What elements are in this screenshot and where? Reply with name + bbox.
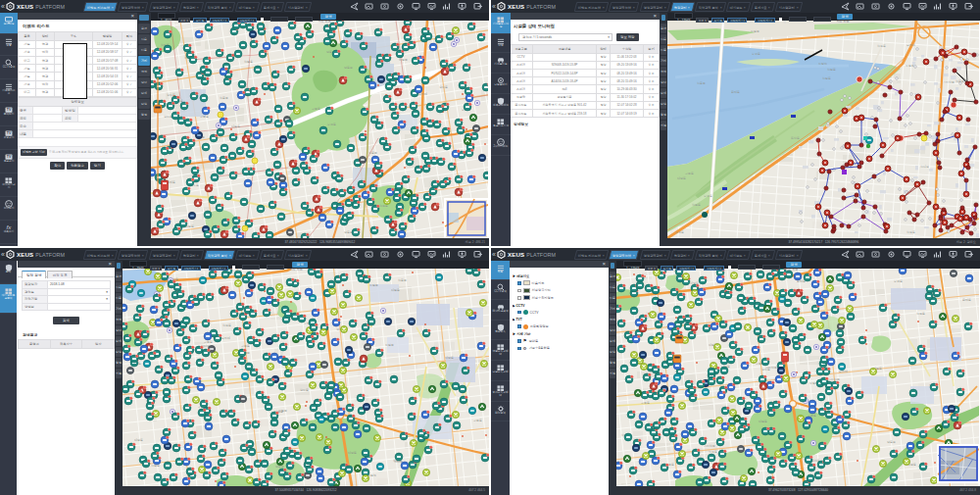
svg-text:대방동: 대방동 bbox=[445, 356, 454, 360]
svg-text:신길동: 신길동 bbox=[906, 230, 915, 234]
svg-text:봉천동: 봉천동 bbox=[675, 230, 684, 234]
svg-text:도림로: 도림로 bbox=[385, 343, 394, 347]
svg-text:문래동: 문래동 bbox=[731, 90, 740, 94]
svg-text:대방동: 대방동 bbox=[348, 451, 357, 455]
svg-text:구로동: 구로동 bbox=[312, 107, 320, 111]
svg-text:보라매: 보라매 bbox=[221, 336, 230, 340]
svg-text:가마산로: 가마산로 bbox=[828, 377, 840, 381]
svg-text:가마산로: 가마산로 bbox=[943, 80, 955, 84]
svg-text:신풍로: 신풍로 bbox=[398, 278, 407, 282]
svg-text:대방동: 대방동 bbox=[134, 438, 143, 442]
svg-text:영등포: 영등포 bbox=[344, 66, 353, 70]
svg-text:도림로: 도림로 bbox=[369, 283, 378, 287]
svg-text:독산동: 독산동 bbox=[791, 136, 800, 140]
svg-text:봉천동: 봉천동 bbox=[894, 279, 903, 283]
svg-text:봉천동: 봉천동 bbox=[327, 123, 336, 126]
svg-text:TV: TV bbox=[7, 108, 12, 112]
svg-text:영등포: 영등포 bbox=[887, 440, 896, 444]
svg-text:신림동: 신림동 bbox=[244, 60, 253, 64]
svg-text:신풍로: 신풍로 bbox=[697, 81, 706, 85]
svg-text:구로동: 구로동 bbox=[685, 172, 694, 175]
svg-text:대림동: 대림동 bbox=[391, 288, 400, 292]
svg-text:도림로: 도림로 bbox=[751, 29, 760, 33]
svg-text:상도동: 상도동 bbox=[439, 85, 448, 89]
svg-text:상도동: 상도동 bbox=[164, 115, 172, 119]
svg-text:문래동: 문래동 bbox=[962, 298, 971, 302]
svg-text:신풍로: 신풍로 bbox=[368, 151, 377, 155]
svg-text:대림동: 대림동 bbox=[231, 124, 240, 128]
svg-text:상도동: 상도동 bbox=[761, 368, 770, 371]
svg-text:상도동: 상도동 bbox=[300, 388, 309, 392]
svg-text:신길동: 신길동 bbox=[222, 323, 231, 327]
svg-text:신길동: 신길동 bbox=[916, 312, 925, 316]
svg-text:구로동: 구로동 bbox=[641, 401, 650, 405]
svg-text:대림동: 대림동 bbox=[759, 420, 767, 423]
svg-text:영등포: 영등포 bbox=[344, 230, 353, 234]
svg-text:신길동: 신길동 bbox=[877, 44, 886, 48]
svg-text:구로동: 구로동 bbox=[241, 344, 250, 348]
svg-text:TV: TV bbox=[7, 155, 12, 159]
svg-text:구로동: 구로동 bbox=[204, 340, 213, 344]
svg-text:TV: TV bbox=[7, 131, 12, 135]
svg-text:신림동: 신림동 bbox=[692, 203, 701, 207]
svg-text:신대방: 신대방 bbox=[920, 165, 929, 169]
svg-text:신길동: 신길동 bbox=[709, 450, 717, 454]
svg-text:보라매: 보라매 bbox=[906, 43, 915, 47]
svg-text:신림동: 신림동 bbox=[827, 68, 836, 72]
svg-text:노량진: 노량진 bbox=[818, 62, 827, 66]
svg-text:봉천동: 봉천동 bbox=[704, 194, 712, 198]
svg-text:신풍로: 신풍로 bbox=[220, 96, 228, 100]
svg-text:봉천동: 봉천동 bbox=[752, 52, 760, 56]
svg-text:구로동: 구로동 bbox=[200, 115, 209, 119]
svg-text:대방동: 대방동 bbox=[677, 176, 686, 180]
svg-text:가마산로: 가마산로 bbox=[704, 444, 715, 448]
svg-text:구로동: 구로동 bbox=[473, 419, 482, 422]
svg-text:신림동: 신림동 bbox=[822, 76, 831, 80]
svg-text:도림로: 도림로 bbox=[399, 58, 408, 62]
